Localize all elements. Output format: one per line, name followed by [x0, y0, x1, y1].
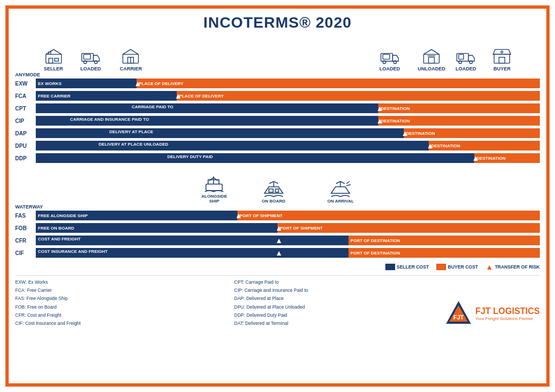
- dap-row: DAP DELIVERY AT PLACE ▲ DESTINATION: [15, 127, 540, 139]
- exw-blue-bar: EX WORKS: [36, 79, 137, 88]
- waterway-label: WATERWAY: [15, 204, 540, 210]
- cfr-bar: COST AND FREIGHT ▲ PORT OF DESTINATION: [36, 236, 540, 245]
- exw-row: EXW EX WORKS ▲ PLACE OF DELIVERY: [15, 77, 540, 89]
- svg-rect-8: [84, 54, 91, 59]
- buyer-icon-group: BUYER: [492, 47, 512, 71]
- svg-line-33: [346, 181, 350, 184]
- dpu-orange-bar: DESTINATION: [429, 141, 540, 151]
- cip-bar: CARRIAGE AND INSURANCE PAID TO ▲ DESTINA…: [36, 116, 540, 126]
- fob-blue-bar: FREE ON BOARD: [36, 223, 278, 233]
- ddp-bar: DELIVERY DUTY PAID ▲ DESTINATION: [36, 153, 540, 163]
- main-content: SELLER LOADED: [9, 35, 546, 383]
- cip-blue-bar: CARRIAGE AND INSURANCE PAID TO: [36, 116, 378, 126]
- svg-text:FJT: FJT: [453, 314, 464, 321]
- seller-icon-group: SELLER: [44, 47, 63, 71]
- dap-risk-marker: ▲: [401, 129, 409, 138]
- buyer-cost-legend: BUYER COST: [436, 264, 478, 270]
- footer-area: EXW: Ex Works CPT: Carriage Paid to FCA:…: [15, 275, 540, 329]
- fca-row: FCA FREE CARRIER ▲ PLACE OF DELIVERY: [15, 90, 540, 102]
- legend-keys: SELLER COST BUYER COST ▲ TRANSFER OF RIS…: [15, 259, 540, 273]
- dap-orange-bar: DESTINATION: [404, 128, 540, 138]
- cfr-orange-bar: PORT OF DESTINATION: [349, 236, 540, 245]
- on-board-icon-group: ON BOARD: [262, 179, 286, 204]
- fca-bar: FREE CARRIER ▲ PLACE OF DELIVERY: [36, 91, 540, 101]
- cfr-blue-bar: COST AND FREIGHT: [36, 236, 349, 245]
- company-info: FJT LOGISTICS Your Freight Solutions Par…: [475, 306, 540, 321]
- carrier-icon-group: CARRIER: [120, 47, 142, 71]
- fas-blue-bar: FREE ALONGSIDE SHIP: [36, 211, 237, 220]
- ddp-blue-bar: DELIVERY DUTY PAID: [36, 153, 474, 163]
- top-icons-row: SELLER LOADED: [15, 35, 540, 71]
- seller-cost-legend: SELLER COST: [385, 264, 429, 270]
- loaded-warehouse-icon-group: LOADED: [455, 47, 476, 71]
- buyer-cost-box: [436, 264, 446, 270]
- main-container: INCOTERMS® 2020 SELLER: [5, 5, 550, 387]
- title: INCOTERMS® 2020: [9, 9, 546, 35]
- cif-blue-bar: COST INSURANCE AND FREIGHT: [36, 248, 349, 258]
- waterway-rows: FAS FREE ALONGSIDE SHIP ▲ PORT OF SHIPME…: [15, 210, 540, 259]
- svg-rect-23: [494, 54, 510, 63]
- cfr-row: CFR COST AND FREIGHT ▲ PORT OF DESTINATI…: [15, 234, 540, 246]
- dpu-row: DPU DELIVERY AT PLACE UNLOADED ▲ DESTINA…: [15, 140, 540, 152]
- cpt-bar: CARRIAGE PAID TO ▲ DESTINATION: [36, 103, 540, 113]
- ddp-row: DDP DELIVERY DUTY PAID ▲ DESTINATION: [15, 152, 540, 164]
- cip-orange-bar: DESTINATION: [378, 116, 540, 126]
- fob-row: FOB FREE ON BOARD ▲ PORT OF SHIPMENT: [15, 222, 540, 234]
- on-arrival-icon-group: ON ARRIVAL: [327, 179, 354, 204]
- svg-line-34: [346, 185, 351, 186]
- fjt-triangle-icon: FJT: [445, 300, 472, 327]
- anymode-rows: EXW EX WORKS ▲ PLACE OF DELIVERY FCA FRE…: [15, 77, 540, 165]
- cif-orange-bar: PORT OF DESTINATION: [349, 248, 540, 258]
- svg-rect-15: [383, 54, 390, 59]
- dpu-risk-marker: ▲: [427, 141, 434, 150]
- svg-rect-31: [275, 189, 279, 192]
- dap-bar: DELIVERY AT PLACE ▲ DESTINATION: [36, 128, 540, 138]
- alongside-ship-icon-group: ALONGSIDESHIP: [202, 174, 228, 204]
- anymode-label: ANYMODE: [15, 71, 540, 77]
- dpu-bar: DELIVERY AT PLACE UNLOADED ▲ DESTINATION: [36, 141, 540, 151]
- abbreviations: EXW: Ex Works CPT: Carriage Paid to FCA:…: [15, 279, 442, 327]
- exw-orange-bar: PLACE OF DELIVERY: [137, 79, 540, 88]
- svg-rect-24: [499, 57, 505, 63]
- fob-bar: FREE ON BOARD ▲ PORT OF SHIPMENT: [36, 223, 540, 233]
- fas-row: FAS FREE ALONGSIDE SHIP ▲ PORT OF SHIPME…: [15, 210, 540, 221]
- loaded-truck-icon-group: LOADED: [80, 47, 101, 71]
- svg-rect-2: [54, 58, 58, 61]
- dpu-blue-bar: DELIVERY AT PLACE UNLOADED: [36, 141, 429, 151]
- risk-legend: ▲ TRANSFER OF RISK: [486, 263, 540, 271]
- svg-rect-22: [459, 54, 464, 59]
- svg-rect-0: [46, 54, 61, 63]
- company-logo: FJT FJT LOGISTICS Your Freight Solutions…: [445, 300, 540, 327]
- fca-orange-bar: PLACE OF DELIVERY: [177, 91, 540, 101]
- cpt-orange-bar: DESTINATION: [378, 103, 540, 113]
- svg-rect-1: [49, 58, 53, 63]
- cpt-blue-bar: CARRIAGE PAID TO: [36, 103, 378, 113]
- dap-blue-bar: DELIVERY AT PLACE: [36, 128, 404, 138]
- loaded-truck2-icon-group: LOADED: [379, 47, 400, 71]
- fob-orange-bar: PORT OF SHIPMENT: [278, 223, 540, 233]
- fob-risk-marker: ▲: [275, 224, 283, 232]
- fca-blue-bar: FREE CARRIER: [36, 91, 177, 101]
- cfr-risk-marker: ▲: [275, 236, 283, 245]
- cip-row: CIP CARRIAGE AND INSURANCE PAID TO ▲ DES…: [15, 115, 540, 127]
- svg-rect-27: [206, 184, 222, 191]
- cif-row: CIF COST INSURANCE AND FREIGHT ▲ PORT OF…: [15, 247, 540, 259]
- cpt-risk-marker: ▲: [376, 104, 384, 113]
- svg-rect-17: [429, 57, 435, 63]
- cif-risk-marker: ▲: [275, 249, 283, 257]
- cpt-row: CPT CARRIAGE PAID TO ▲ DESTINATION: [15, 102, 540, 114]
- cip-risk-marker: ▲: [376, 116, 384, 125]
- ddp-risk-marker: ▲: [472, 154, 479, 162]
- svg-rect-30: [269, 189, 273, 192]
- exw-risk-marker: ▲: [134, 79, 141, 88]
- seller-cost-box: [385, 264, 395, 270]
- waterway-icons-area: ALONGSIDESHIP ON BOARD: [36, 165, 540, 204]
- fas-bar: FREE ALONGSIDE SHIP ▲ PORT OF SHIPMENT: [36, 211, 540, 220]
- svg-point-26: [501, 51, 503, 53]
- fas-risk-marker: ▲: [235, 211, 242, 220]
- fas-orange-bar: PORT OF SHIPMENT: [237, 211, 540, 220]
- unloaded-icon-group: UNLOADED: [418, 47, 446, 71]
- ddp-orange-bar: DESTINATION: [474, 153, 540, 163]
- cif-bar: COST INSURANCE AND FREIGHT ▲ PORT OF DES…: [36, 248, 540, 258]
- logo-area: FJT FJT LOGISTICS Your Freight Solutions…: [442, 279, 540, 327]
